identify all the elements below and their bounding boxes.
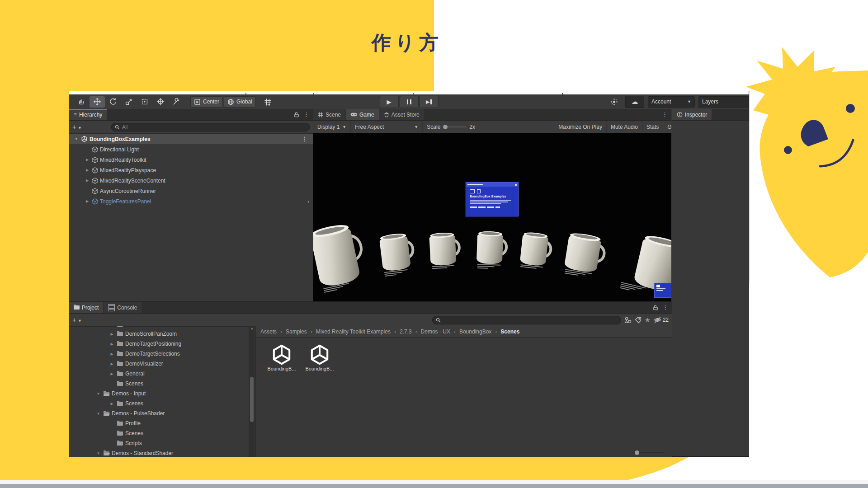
hierarchy-item[interactable]: ▶ MixedRealityToolkit (69, 155, 313, 165)
play-button[interactable]: ▶ (380, 96, 399, 108)
kebab-menu-icon[interactable]: ⋮ (303, 111, 309, 118)
tree-row-label: Demos - Input (112, 390, 146, 397)
hierarchy-item-prefab[interactable]: ▶ ToggleFeaturesPanel › (69, 196, 313, 206)
custom-tool-button[interactable] (169, 96, 184, 108)
tab-scene[interactable]: Scene (313, 109, 345, 120)
rotate-tool-button[interactable] (105, 96, 121, 108)
tree-row[interactable]: Profile (69, 418, 255, 428)
breadcrumb-item[interactable]: Mixed Reality Toolkit Examples (316, 328, 391, 335)
pivot-global-button[interactable]: Global (224, 96, 256, 108)
tab-inspector[interactable]: Inspector (672, 109, 712, 120)
tree-row[interactable]: ▼Demos - PulseShader (69, 408, 255, 418)
grid-snap-button[interactable] (260, 96, 276, 108)
breadcrumb-item-current[interactable]: Scenes (500, 328, 519, 335)
tree-row[interactable]: Scripts (69, 438, 255, 448)
expand-arrow-icon[interactable]: ▶ (85, 178, 90, 183)
scene-file-item[interactable]: BoundingB... (264, 343, 299, 371)
tree-row[interactable]: ▶DemoTargetSelections (69, 349, 255, 359)
display-dropdown[interactable]: Display 1 ▼ (313, 121, 351, 133)
tree-row[interactable]: ▶DemoTargetPositioning (69, 339, 255, 349)
scale-slider[interactable]: Scale 2x (423, 121, 479, 133)
folder-icon (117, 332, 123, 336)
tree-row[interactable]: ▶Scenes (69, 399, 255, 408)
expand-arrow-icon[interactable]: ▶ (85, 158, 90, 162)
expand-arrow-icon[interactable]: ▶ (109, 362, 115, 366)
tree-row[interactable]: Scenes (69, 428, 255, 438)
cloud-button[interactable]: ☁ (625, 96, 644, 108)
hierarchy-scene-row[interactable]: ▼ BoundingBoxExamples ⋮ (69, 134, 313, 144)
tree-scrollbar[interactable]: ▲ (249, 326, 255, 457)
breadcrumb-item[interactable]: Samples (286, 328, 307, 335)
scrollbar-thumb[interactable] (250, 377, 254, 422)
breadcrumb-item[interactable]: BoundingBox (459, 328, 491, 335)
project-search-input[interactable] (432, 316, 621, 324)
tree-row[interactable]: ▶DemoVisualizer (69, 359, 255, 369)
expand-arrow-icon[interactable]: ▶ (109, 352, 115, 356)
breadcrumb-item[interactable]: 2.7.3 (400, 328, 412, 335)
kebab-menu-icon[interactable]: ⋮ (662, 304, 668, 311)
expand-arrow-icon[interactable]: ▶ (109, 332, 115, 336)
tree-row[interactable]: ▼Demos - StandardShader (69, 448, 255, 457)
slider-thumb[interactable] (443, 125, 448, 129)
breadcrumb-item[interactable]: Demos - UX (421, 328, 450, 335)
expand-arrow-icon[interactable]: ▶ (85, 168, 90, 172)
pause-button[interactable] (400, 96, 419, 108)
collapse-arrow-icon[interactable]: ▼ (95, 392, 101, 396)
tab-console[interactable]: Console (104, 302, 142, 313)
hierarchy-item[interactable]: ▶ MixedRealityPlayspace (69, 165, 313, 175)
transform-tool-button[interactable] (153, 96, 168, 108)
tab-asset-store-label: Asset Store (392, 112, 420, 118)
create-button[interactable]: + ▼ (72, 123, 82, 131)
scale-slider-track[interactable] (443, 125, 467, 129)
hand-tool-button[interactable] (74, 96, 89, 108)
scene-file-item[interactable]: BoundingB... (302, 343, 337, 371)
collab-button[interactable] (606, 96, 622, 108)
collapse-arrow-icon[interactable]: ▼ (95, 412, 101, 416)
scale-tool-button[interactable] (121, 96, 137, 108)
slider-thumb[interactable] (635, 450, 639, 455)
tree-row[interactable]: Scenes (69, 379, 255, 389)
scroll-up-icon[interactable]: ▲ (250, 327, 254, 330)
scene-kebab-icon[interactable]: ⋮ (302, 136, 307, 142)
tab-hierarchy[interactable]: ≡ Hierarchy (69, 109, 107, 120)
visibility-toggle[interactable]: 22 (654, 317, 669, 323)
mug (476, 232, 503, 264)
tree-row[interactable]: ▶DemoScrollPanZoom (69, 329, 255, 339)
expand-arrow-icon[interactable]: ▶ (109, 342, 115, 346)
kebab-menu-icon[interactable]: ⋮ (662, 111, 668, 118)
search-by-label-icon[interactable] (635, 317, 642, 324)
collapse-arrow-icon[interactable]: ▼ (95, 451, 101, 455)
aspect-dropdown[interactable]: Free Aspect ▼ (351, 121, 423, 133)
step-button[interactable]: ▶ (420, 96, 439, 108)
project-toolbar: + ▼ ★ 22 (69, 314, 672, 327)
account-dropdown[interactable]: Account ▼ (648, 96, 695, 108)
icon-size-slider[interactable] (636, 452, 665, 453)
mute-audio-toggle[interactable]: Mute Audio (607, 121, 642, 133)
hierarchy-item[interactable]: Directional Light (69, 144, 313, 155)
breadcrumb-item[interactable]: Assets (260, 328, 277, 335)
expand-arrow-icon[interactable]: ▶ (109, 402, 115, 406)
tab-asset-store[interactable]: Asset Store (379, 109, 424, 120)
lock-icon[interactable] (294, 112, 299, 117)
expand-arrow-icon[interactable]: ▶ (109, 372, 115, 376)
prefab-open-chevron-icon[interactable]: › (307, 198, 309, 205)
favorites-star-icon[interactable]: ★ (645, 316, 651, 324)
rect-tool-button[interactable] (137, 96, 152, 108)
expand-arrow-icon[interactable]: ▶ (85, 199, 90, 203)
hierarchy-search-input[interactable]: All (111, 123, 310, 131)
pivot-center-button[interactable]: Center (190, 96, 223, 108)
gizmos-dropdown[interactable]: Gizmos (663, 121, 671, 133)
hierarchy-item[interactable]: AsyncCoroutineRunner (69, 186, 313, 196)
lock-icon[interactable] (653, 305, 658, 310)
collapse-arrow-icon[interactable]: ▼ (74, 137, 79, 141)
stats-toggle[interactable]: Stats (642, 121, 663, 133)
tree-row[interactable]: ▶General (69, 369, 255, 379)
move-tool-button[interactable] (90, 96, 105, 108)
create-button[interactable]: + ▼ (72, 316, 82, 324)
maximize-on-play-toggle[interactable]: Maximize On Play (554, 121, 607, 133)
search-by-type-icon[interactable] (624, 317, 632, 324)
hierarchy-item[interactable]: ▶ MixedRealitySceneContent (69, 175, 313, 186)
tree-row[interactable]: ▼Demos - Input (69, 389, 255, 399)
tab-project[interactable]: Project (69, 302, 103, 313)
tab-game[interactable]: Game (346, 109, 379, 120)
